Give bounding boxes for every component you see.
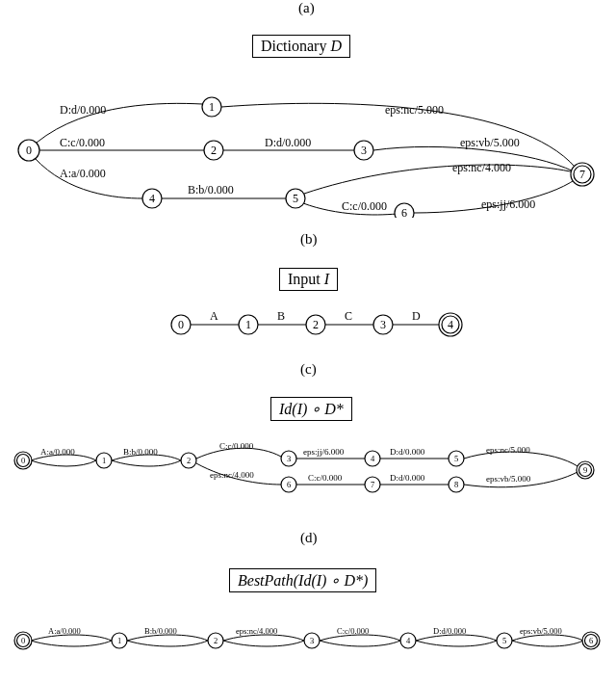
graph-b: D:d/0.000 C:c/0.000 A:a/0.000 eps:nc/5.0… bbox=[0, 64, 616, 218]
title-e-text: BestPath(Id(I) ∘ D*) bbox=[238, 572, 368, 589]
edge-e-12-b bbox=[127, 641, 208, 646]
fig-d-label: (d) bbox=[300, 530, 318, 546]
node-c-2-label: 2 bbox=[313, 318, 319, 331]
edge-b-17-label: eps:nc/5.000 bbox=[385, 103, 444, 117]
edge-b-45-label: B:b/0.000 bbox=[188, 183, 234, 197]
edge-e-56-b bbox=[512, 641, 583, 646]
title-d-box: Id(I) ∘ D* bbox=[270, 397, 352, 421]
edge-b-56-label: C:c/0.000 bbox=[342, 199, 387, 213]
node-c-1-label: 1 bbox=[245, 318, 251, 331]
edge-d-01-label: A:a/0.000 bbox=[40, 447, 75, 457]
edge-d-23-label: C:c/0.000 bbox=[219, 441, 254, 451]
node-b-1-label: 1 bbox=[209, 100, 215, 114]
edge-d-59-label: eps:nc/5.000 bbox=[486, 445, 530, 455]
edge-b-37-label: eps:vb/5.000 bbox=[460, 136, 520, 149]
node-b-5-label: 5 bbox=[293, 192, 298, 205]
edge-d-12-b bbox=[112, 460, 181, 466]
edge-c-23-label: C bbox=[345, 309, 352, 323]
title-d-text: Id(I) ∘ D* bbox=[279, 401, 344, 417]
title-c-var: I bbox=[324, 271, 329, 287]
edge-c-01-label: A bbox=[210, 309, 218, 323]
edge-d-12-label: B:b/0.000 bbox=[123, 447, 158, 457]
edge-e-56-label: eps:vb/5.000 bbox=[520, 626, 562, 636]
edge-d-78-label: D:d/0.000 bbox=[390, 473, 425, 483]
node-d-6-label: 6 bbox=[287, 480, 291, 489]
fig-b-label: (b) bbox=[300, 231, 318, 248]
node-e-2-label: 2 bbox=[214, 636, 218, 645]
edge-b-23-label: D:d/0.000 bbox=[265, 136, 311, 149]
node-c-4-label: 4 bbox=[448, 318, 453, 331]
title-b-prefix: Dictionary bbox=[261, 38, 330, 54]
graph-c: A B C D 0 1 2 3 4 bbox=[0, 301, 616, 349]
node-d-1-label: 1 bbox=[102, 456, 106, 465]
node-e-3-label: 3 bbox=[310, 636, 314, 645]
edge-e-45-b bbox=[416, 641, 497, 646]
title-b-var: D bbox=[330, 38, 342, 54]
edge-d-34-label: eps:jj/6.000 bbox=[303, 447, 345, 457]
node-e-0-label: 0 bbox=[21, 636, 25, 645]
edge-b-02-label: C:c/0.000 bbox=[60, 136, 105, 149]
title-b-box: Dictionary D bbox=[252, 35, 350, 58]
edge-b-04-label: A:a/0.000 bbox=[60, 167, 106, 180]
node-d-2-label: 2 bbox=[187, 456, 191, 465]
node-c-3-label: 3 bbox=[380, 318, 386, 331]
node-c-0-label: 0 bbox=[178, 318, 184, 331]
edge-b-01-label: D:d/0.000 bbox=[60, 103, 106, 117]
edge-e-12-label: B:b/0.000 bbox=[144, 626, 177, 636]
node-d-0-label: 0 bbox=[21, 456, 25, 465]
node-b-7-label: 7 bbox=[579, 168, 585, 181]
title-c-prefix: Input bbox=[288, 271, 324, 287]
edge-d-01-b bbox=[31, 460, 96, 466]
edge-e-34-label: C:c/0.000 bbox=[337, 626, 369, 636]
edge-e-01-b bbox=[31, 641, 112, 646]
edge-c-34-label: D bbox=[412, 309, 421, 323]
fig-a-label: (a) bbox=[298, 0, 315, 16]
node-d-5-label: 5 bbox=[454, 454, 458, 463]
edge-d-45-label: D:d/0.000 bbox=[390, 447, 425, 457]
node-b-2-label: 2 bbox=[211, 144, 217, 157]
node-b-0-label: 0 bbox=[26, 144, 32, 157]
edge-b-57 bbox=[304, 165, 575, 194]
edge-e-23-b bbox=[223, 641, 304, 646]
edge-e-34-b bbox=[320, 641, 400, 646]
title-e-box: BestPath(Id(I) ∘ D*) bbox=[229, 568, 376, 592]
edge-e-23-label: eps:nc/4.000 bbox=[236, 626, 277, 636]
fig-c-label: (c) bbox=[300, 361, 317, 378]
edge-d-26-label: eps:nc/4.000 bbox=[210, 470, 254, 480]
edge-c-12-label: B bbox=[277, 309, 285, 323]
node-d-3-label: 3 bbox=[287, 454, 291, 463]
edge-e-45-label: D:d/0.000 bbox=[433, 626, 466, 636]
node-b-3-label: 3 bbox=[361, 144, 367, 157]
node-b-6-label: 6 bbox=[401, 206, 407, 218]
graph-e: A:a/0.000 B:b/0.000 eps:nc/4.000 C:c/0.0… bbox=[0, 616, 616, 665]
node-e-1-label: 1 bbox=[117, 636, 121, 645]
node-d-7-label: 7 bbox=[371, 480, 374, 489]
edge-d-67-label: C:c/0.000 bbox=[308, 473, 343, 483]
node-b-4-label: 4 bbox=[149, 192, 155, 205]
node-d-9-label: 9 bbox=[583, 465, 587, 475]
node-e-6-label: 6 bbox=[589, 636, 593, 645]
graph-d: A:a/0.000 B:b/0.000 C:c/0.000 eps:nc/4.0… bbox=[0, 432, 616, 509]
edge-b-57-label: eps:nc/4.000 bbox=[452, 161, 511, 174]
edge-d-89-label: eps:vb/5.000 bbox=[486, 474, 531, 484]
node-d-8-label: 8 bbox=[454, 480, 458, 489]
edge-e-01-label: A:a/0.000 bbox=[48, 626, 81, 636]
title-c-box: Input I bbox=[279, 268, 338, 291]
edge-b-67-label: eps:jj/6.000 bbox=[481, 197, 535, 211]
node-e-5-label: 5 bbox=[502, 636, 506, 645]
